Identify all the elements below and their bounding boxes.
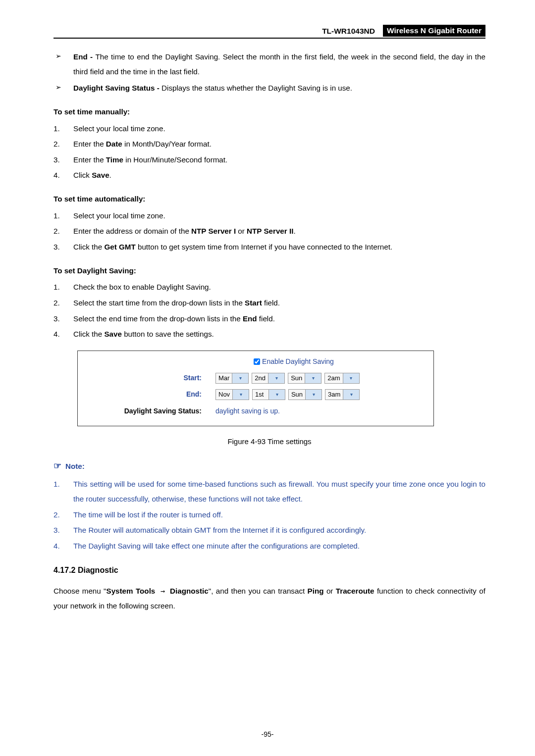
- status-label: Daylight Saving Status:: [83, 404, 215, 418]
- dls-step-1: Check the box to enable Daylight Saving.: [54, 280, 485, 295]
- figure-panel: Enable Daylight Saving Start: Mar▾ 2nd▾ …: [77, 351, 434, 426]
- chevron-down-icon: ▾: [305, 390, 321, 400]
- start-selects: Mar▾ 2nd▾ Sun▾ 2am▾: [215, 371, 361, 385]
- header-model: TL-WR1043ND: [322, 26, 378, 37]
- auto-heading: To set time automatically:: [54, 192, 485, 206]
- manual-step-1: Select your local time zone.: [54, 121, 485, 136]
- t: Date: [106, 140, 122, 148]
- v: Nov: [216, 388, 232, 401]
- bullet-end-text: The time to end the Daylight Saving. Sel…: [73, 52, 485, 76]
- page-number: -95-: [0, 730, 535, 738]
- bullet-end: End - The time to end the Daylight Savin…: [54, 50, 485, 79]
- t: field.: [257, 314, 275, 323]
- header-title: Wireless N Gigabit Router: [383, 25, 485, 37]
- auto-step-1: Select your local time zone.: [54, 208, 485, 223]
- note-4: The Daylight Saving will take effect one…: [54, 539, 485, 554]
- t: button to save the settings.: [122, 330, 214, 338]
- t: NTP Server II: [247, 227, 293, 235]
- t: Save: [104, 330, 121, 338]
- t: System Tools: [107, 587, 156, 595]
- note-list: This setting will be used for some time-…: [54, 477, 485, 553]
- enable-daylight-label: Enable Daylight Saving: [262, 355, 334, 368]
- chevron-down-icon: ▾: [343, 373, 359, 383]
- enable-daylight-checkbox[interactable]: [254, 356, 260, 367]
- section-heading: 4.17.2 Diagnostic: [54, 562, 485, 578]
- v: 2nd: [252, 372, 268, 384]
- section-paragraph: Choose menu "System Tools → Diagnostic",…: [54, 584, 485, 613]
- chevron-down-icon: ▾: [268, 390, 285, 400]
- v: 2am: [325, 372, 342, 384]
- dls-step-4: Click the Save button to save the settin…: [54, 327, 485, 342]
- t: .: [109, 171, 111, 179]
- page: TL-WR1043ND Wireless N Gigabit Router En…: [0, 0, 535, 756]
- t: Click the: [73, 243, 104, 251]
- note-3: The Router will automatically obtain GMT…: [54, 523, 485, 538]
- t: Click: [73, 171, 92, 179]
- start-day-select[interactable]: Sun▾: [288, 373, 321, 384]
- t: Choose menu ": [54, 587, 107, 595]
- manual-step-2: Enter the Date in Month/Day/Year format.: [54, 137, 485, 151]
- t: Save: [92, 171, 109, 179]
- note-2: The time will be lost if the router is t…: [54, 507, 485, 522]
- chevron-down-icon: ▾: [343, 390, 359, 400]
- start-week-select[interactable]: 2nd▾: [252, 373, 285, 384]
- end-week-select[interactable]: 1st▾: [252, 389, 285, 400]
- chevron-down-icon: ▾: [232, 390, 249, 400]
- end-day-select[interactable]: Sun▾: [288, 389, 322, 400]
- chevron-down-icon: ▾: [305, 373, 321, 383]
- t: Diagnostic: [170, 587, 209, 595]
- auto-step-2: Enter the address or domain of the NTP S…: [54, 224, 485, 239]
- start-label: Start:: [83, 371, 215, 385]
- t: in Month/Day/Year format.: [122, 140, 212, 148]
- t: Select the end time from the drop-down l…: [73, 314, 243, 323]
- end-time-select[interactable]: 3am▾: [325, 389, 360, 400]
- t: Start: [245, 299, 262, 307]
- t: field.: [262, 299, 280, 307]
- t: in Hour/Minute/Second format.: [123, 155, 227, 164]
- v: 1st: [253, 388, 268, 401]
- t: Time: [106, 155, 123, 164]
- t: End: [243, 314, 257, 323]
- manual-step-4: Click Save.: [54, 168, 485, 183]
- dls-step-3: Select the end time from the drop-down l…: [54, 311, 485, 326]
- page-header: TL-WR1043ND Wireless N Gigabit Router: [54, 25, 485, 39]
- end-selects: Nov▾ 1st▾ Sun▾ 3am▾: [215, 388, 361, 401]
- chevron-down-icon: ▾: [232, 373, 248, 383]
- end-month-select[interactable]: Nov▾: [215, 389, 249, 400]
- pointing-hand-icon: ☞: [54, 457, 61, 475]
- v: Sun: [289, 388, 305, 401]
- figure-end-row: End: Nov▾ 1st▾ Sun▾ 3am▾: [83, 388, 428, 401]
- t: Enter the: [73, 140, 106, 148]
- dls-step-2: Select the start time from the drop-down…: [54, 296, 485, 310]
- t: Enter the address or domain of the: [73, 227, 191, 235]
- bullet-dss-label: Daylight Saving Status -: [73, 84, 161, 92]
- figure-caption: Figure 4-93 Time settings: [54, 434, 485, 449]
- chevron-down-icon: ▾: [268, 373, 284, 383]
- manual-step-3: Enter the Time in Hour/Minute/Second for…: [54, 152, 485, 167]
- auto-step-3: Click the Get GMT button to get system t…: [54, 240, 485, 254]
- bullet-dss: Daylight Saving Status - Displays the st…: [54, 81, 485, 96]
- t: NTP Server I: [191, 227, 236, 235]
- t: or: [236, 227, 247, 235]
- bullet-end-label: End -: [73, 52, 96, 61]
- start-month-select[interactable]: Mar▾: [215, 373, 249, 384]
- note-1: This setting will be used for some time-…: [54, 477, 485, 506]
- t: Select the start time from the drop-down…: [73, 299, 245, 307]
- t: Enter the: [73, 155, 106, 164]
- end-label: End:: [83, 388, 215, 401]
- figure-enable-row: Enable Daylight Saving: [83, 355, 428, 368]
- t: button to get system time from Internet …: [136, 243, 392, 251]
- note-heading: ☞ Note:: [54, 457, 485, 475]
- bullet-dss-text: Displays the status whether the Daylight…: [161, 84, 352, 92]
- t: ", and then you can transact: [209, 587, 308, 595]
- t: or: [324, 587, 336, 595]
- manual-heading: To set time manually:: [54, 104, 485, 119]
- bullet-list: End - The time to end the Daylight Savin…: [54, 50, 485, 96]
- start-time-select[interactable]: 2am▾: [324, 373, 359, 384]
- v: Mar: [216, 372, 232, 384]
- dls-heading: To set Daylight Saving:: [54, 263, 485, 278]
- v: Sun: [288, 372, 305, 384]
- arrow-right-icon: →: [155, 587, 170, 596]
- t: Traceroute: [336, 587, 374, 595]
- v: 3am: [325, 388, 343, 401]
